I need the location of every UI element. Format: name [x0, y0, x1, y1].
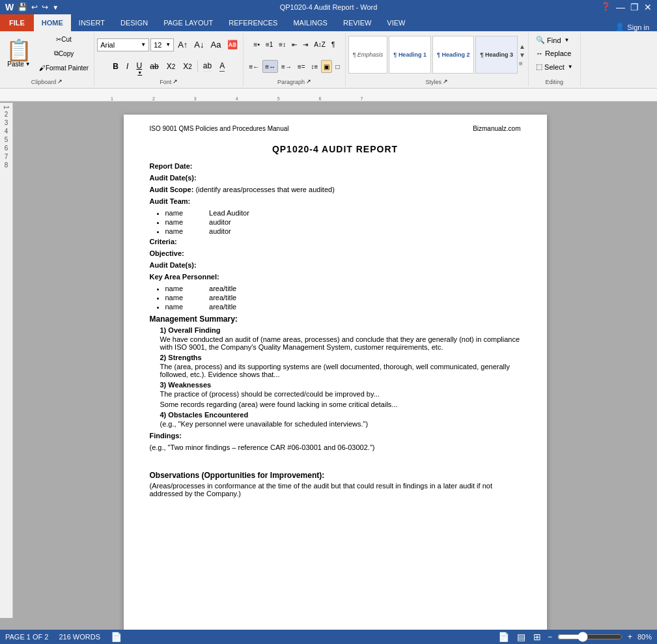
font-name-select[interactable]: Arial▼ — [97, 38, 149, 51]
minimize-btn[interactable]: — — [616, 2, 625, 12]
view-read-icon[interactable]: ▤ — [516, 632, 527, 642]
copy-button[interactable]: ⧉ Copy — [36, 47, 91, 60]
replace-button[interactable]: ↔ Replace — [531, 48, 578, 59]
multilevel-button[interactable]: ≡↕ — [276, 38, 288, 51]
font-expand[interactable]: ↗ — [173, 78, 178, 85]
select-label: Select — [544, 63, 565, 71]
decrease-indent-button[interactable]: ⇤ — [289, 38, 300, 51]
find-button[interactable]: 🔍 Find ▼ — [531, 34, 578, 46]
key-name-3: name — [165, 303, 184, 311]
zoom-out-icon[interactable]: − — [548, 632, 552, 641]
align-right-button[interactable]: ≡→ — [279, 60, 294, 73]
clear-formatting-button[interactable]: 🆎 — [225, 38, 240, 51]
document-page[interactable]: ISO 9001 QMS Policies and Procedures Man… — [124, 115, 547, 644]
report-date-label: Report Date: — [150, 162, 193, 170]
paste-button[interactable]: 📋 Paste▼ — [3, 38, 35, 70]
tab-design[interactable]: DESIGN — [113, 14, 156, 31]
borders-button[interactable]: □ — [333, 60, 342, 73]
subscript-button[interactable]: X2 — [163, 60, 179, 73]
align-center-button[interactable]: ≡↔ — [262, 60, 278, 73]
weaknesses-heading: 3) Weaknesses — [160, 381, 521, 389]
styles-more[interactable]: ≡ — [519, 60, 525, 67]
superscript-button[interactable]: X2 — [180, 60, 195, 73]
replace-icon: ↔ — [536, 49, 543, 57]
change-case-button[interactable]: Aa — [208, 38, 223, 51]
justify-button[interactable]: ≡= — [295, 60, 308, 73]
sort-button[interactable]: A↕Z — [311, 38, 328, 51]
view-print-icon[interactable]: 📄 — [497, 632, 510, 642]
audit-dates-row: Audit Date(s): — [150, 174, 521, 182]
text-highlight-button[interactable]: ab — [200, 60, 215, 73]
key-area-row: Key Area Personnel: — [150, 273, 521, 281]
quick-dropdown[interactable]: ▼ — [52, 4, 59, 11]
select-dropdown-icon: ▼ — [568, 64, 573, 70]
underline-button[interactable]: U▼ — [133, 60, 145, 73]
word-logo-icon: W — [5, 2, 14, 12]
view-web-icon[interactable]: ⊞ — [532, 632, 542, 642]
help-icon[interactable]: ❓ — [601, 2, 611, 12]
tab-insert[interactable]: INSERT — [71, 14, 113, 31]
style-heading3[interactable]: ¶ Heading 3 — [475, 36, 518, 74]
clipboard-group: 📋 Paste▼ ✂ Cut ⧉ Copy 🖌 Format Painter C… — [0, 33, 94, 87]
quick-save[interactable]: 💾 — [18, 3, 27, 12]
styles-label: Styles — [425, 77, 441, 85]
left-tool-4: 4 — [5, 128, 8, 135]
zoom-slider[interactable] — [557, 632, 622, 642]
find-label: Find — [547, 36, 561, 44]
style-heading2[interactable]: ¶ Heading 2 — [432, 36, 475, 74]
close-btn[interactable]: ✕ — [644, 2, 652, 12]
decrease-font-button[interactable]: A↓ — [191, 38, 206, 51]
document-icon[interactable]: 📄 — [111, 632, 122, 642]
team-role-3: auditor — [209, 227, 231, 235]
align-left-button[interactable]: ≡← — [246, 60, 262, 73]
zoom-in-icon[interactable]: + — [628, 632, 632, 641]
tab-mailings[interactable]: MAILINGS — [285, 14, 335, 31]
select-icon: ⬚ — [536, 63, 542, 71]
tab-references[interactable]: REFERENCES — [221, 14, 285, 31]
cut-button[interactable]: ✂ Cut — [36, 33, 91, 46]
tab-review[interactable]: REVIEW — [335, 14, 379, 31]
sign-in-button[interactable]: 👤 Sign in — [608, 23, 657, 31]
styles-scroll-up[interactable]: ▲ — [519, 43, 525, 50]
strikethrough-button[interactable]: ab — [147, 60, 161, 73]
quick-redo[interactable]: ↪ — [42, 3, 48, 12]
para-expand[interactable]: ↗ — [306, 78, 311, 85]
paste-icon: 📋 — [6, 40, 32, 61]
mgmt-summary-heading: Management Summary: — [150, 315, 521, 324]
document-title: QP1020-4 AUDIT REPORT — [150, 144, 521, 154]
tab-view[interactable]: VIEW — [379, 14, 413, 31]
italic-button[interactable]: I — [123, 60, 132, 73]
tab-file[interactable]: FILE — [0, 14, 34, 31]
restore-btn[interactable]: ❐ — [630, 2, 639, 12]
select-button[interactable]: ⬚ Select ▼ — [531, 61, 578, 73]
clipboard-controls: 📋 Paste▼ ✂ Cut ⧉ Copy 🖌 Format Painter — [3, 34, 91, 73]
editing-group: 🔍 Find ▼ ↔ Replace ⬚ Select ▼ Editing — [529, 33, 581, 87]
shading-button[interactable]: ▣ — [321, 60, 332, 73]
objective-label: Objective: — [150, 249, 184, 257]
font-size-select[interactable]: 12▼ — [150, 38, 174, 51]
clipboard-expand[interactable]: ↗ — [57, 78, 63, 85]
findings-row: Findings: — [150, 432, 521, 440]
styles-expand[interactable]: ↗ — [443, 78, 448, 85]
strengths-heading: 2) Strengths — [160, 354, 521, 361]
show-formatting-button[interactable]: ¶ — [329, 38, 337, 51]
bullets-button[interactable]: ≡• — [251, 38, 262, 51]
key-role-3: area/title — [209, 303, 236, 311]
tab-home[interactable]: HOME — [34, 14, 71, 31]
obstacles-heading: 4) Obstacles Encountered — [160, 411, 521, 419]
line-spacing-button[interactable]: ↕≡ — [309, 60, 321, 73]
styles-label-row: Styles ↗ — [425, 77, 448, 85]
observations-heading: Observations (Opportunities for Improvem… — [150, 471, 521, 480]
numbering-button[interactable]: ≡1 — [263, 38, 275, 51]
style-emphasis[interactable]: ¶ Emphasis — [348, 36, 388, 74]
increase-font-button[interactable]: A↑ — [175, 38, 190, 51]
format-painter-button[interactable]: 🖌 Format Painter — [36, 61, 91, 74]
tab-page-layout[interactable]: PAGE LAYOUT — [156, 14, 221, 31]
text-color-button[interactable]: A — [216, 60, 228, 73]
style-heading1[interactable]: ¶ Heading 1 — [389, 36, 431, 74]
quick-undo[interactable]: ↩ — [31, 3, 38, 12]
bold-button[interactable]: B — [109, 60, 122, 73]
increase-indent-button[interactable]: ⇥ — [300, 38, 311, 51]
styles-scroll-down[interactable]: ▼ — [519, 51, 525, 59]
clipboard-label-row: Clipboard ↗ — [31, 77, 63, 85]
